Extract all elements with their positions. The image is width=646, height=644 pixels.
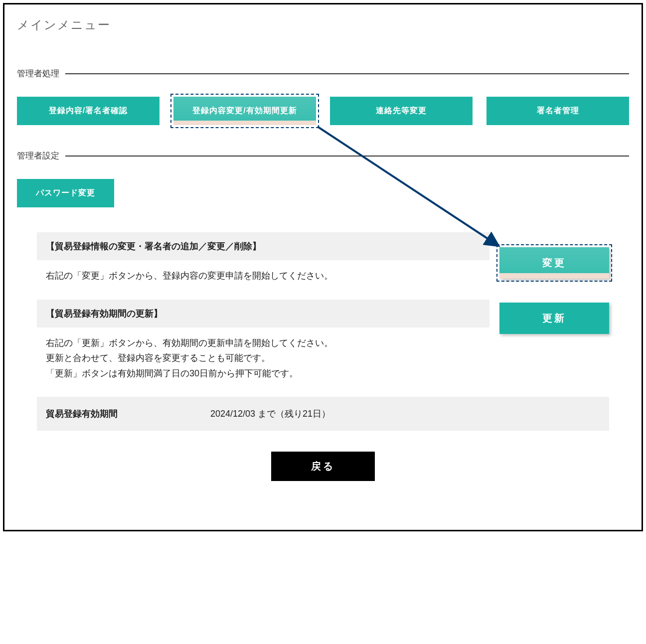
- annotation-arrow-icon: [4, 4, 5, 5]
- renew-desc-line1: 右記の「更新」ボタンから、有効期間の更新申請を開始してください。: [46, 335, 481, 351]
- divider: [65, 73, 629, 74]
- section-admin-process-header: 管理者処理: [17, 68, 629, 79]
- renew-desc-line3: 「更新」ボタンは有効期間満了日の30日前から押下可能です。: [46, 366, 481, 381]
- trade-renew-row: 【貿易登録有効期間の更新】 右記の「更新」ボタンから、有効期間の更新申請を開始し…: [37, 300, 609, 391]
- password-change-button[interactable]: パスワード変更: [17, 179, 114, 207]
- trade-renew-desc: 右記の「更新」ボタンから、有効期間の更新申請を開始してください。 更新と合わせて…: [37, 327, 489, 391]
- confirm-registration-button[interactable]: 登録内容/署名者確認: [17, 97, 160, 125]
- validity-label: 貿易登録有効期間: [37, 397, 201, 431]
- renew-desc-line2: 更新と合わせて、登録内容を変更することも可能です。: [46, 350, 481, 366]
- change-update-button[interactable]: 登録内容変更/有効期間更新: [173, 97, 316, 125]
- contact-change-button[interactable]: 連絡先等変更: [330, 97, 473, 125]
- section-admin-settings-label: 管理者設定: [17, 150, 65, 161]
- trade-change-header: 【貿易登録情報の変更・署名者の追加／変更／削除】: [37, 232, 489, 260]
- trade-content-area: 【貿易登録情報の変更・署名者の追加／変更／削除】 右記の「変更」ボタンから、登録…: [37, 232, 609, 481]
- validity-row: 貿易登録有効期間 2024/12/03 まで（残り21日）: [37, 397, 609, 431]
- back-button[interactable]: 戻る: [271, 452, 375, 481]
- change-button[interactable]: 変更: [499, 247, 609, 279]
- trade-change-desc: 右記の「変更」ボタンから、登録内容の変更申請を開始してください。: [37, 260, 489, 294]
- renew-button[interactable]: 更新: [499, 303, 609, 334]
- trade-renew-header: 【貿易登録有効期間の更新】: [37, 300, 489, 327]
- admin-process-buttons: 登録内容/署名者確認 登録内容変更/有効期間更新 連絡先等変更 署名者管理: [17, 97, 629, 125]
- divider: [65, 156, 629, 157]
- section-admin-settings-header: 管理者設定: [17, 150, 629, 161]
- validity-value: 2024/12/03 まで（残り21日）: [201, 397, 609, 431]
- trade-change-row: 【貿易登録情報の変更・署名者の追加／変更／削除】 右記の「変更」ボタンから、登録…: [37, 232, 609, 294]
- page-title: メインメニュー: [17, 17, 629, 33]
- signer-manage-button[interactable]: 署名者管理: [486, 97, 629, 125]
- section-admin-process-label: 管理者処理: [17, 68, 65, 79]
